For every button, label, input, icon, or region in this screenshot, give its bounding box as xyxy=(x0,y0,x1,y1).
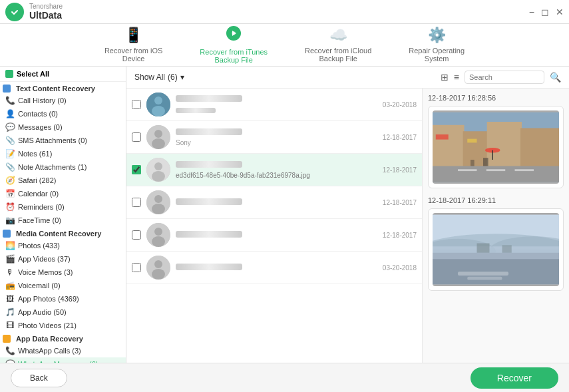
svg-rect-23 xyxy=(433,125,465,170)
file-item-selected[interactable]: ed3df615-48e5-40be-9d5a-fab231e6978a.jpg… xyxy=(126,154,422,186)
back-button[interactable]: Back xyxy=(11,369,67,387)
sidebar-item-whatsapp-calls[interactable]: 📞WhatsApp Calls (3) xyxy=(0,344,126,357)
window-controls[interactable]: − ◻ ✕ xyxy=(529,7,564,17)
tab-itunes[interactable]: Recover from iTunes Backup File xyxy=(194,23,273,68)
sidebar-item-call-history[interactable]: 📞Call History (0) xyxy=(0,94,126,107)
sidebar-item-note-attachments[interactable]: 📎Note Attachments (1) xyxy=(0,160,126,174)
minimize-icon[interactable]: − xyxy=(529,7,534,17)
file-date: 03-20-2018 xyxy=(383,101,417,108)
file-info xyxy=(176,95,377,115)
file-avatar xyxy=(146,190,170,214)
svg-rect-44 xyxy=(477,244,490,253)
sidebar-item-contacts[interactable]: 👤Contacts (0) xyxy=(0,107,126,120)
svg-rect-26 xyxy=(520,128,559,170)
sidebar: Select All Text Content Recovery 📞Call H… xyxy=(0,67,126,363)
file-name-blur xyxy=(176,95,242,102)
search-input[interactable] xyxy=(465,71,544,84)
app-section-label: App Data Recovery xyxy=(16,335,83,343)
close-icon[interactable]: ✕ xyxy=(556,7,564,17)
file-name-blur xyxy=(176,198,242,205)
svg-point-0 xyxy=(9,7,20,17)
svg-rect-36 xyxy=(515,169,534,171)
sidebar-item-app-videos[interactable]: 🎬App Videos (37) xyxy=(0,252,126,266)
messages-icon: 💬 xyxy=(5,122,15,132)
sidebar-item-facetime[interactable]: 📷FaceTime (0) xyxy=(0,214,126,227)
sidebar-item-calendar[interactable]: 📅Calendar (0) xyxy=(0,187,126,200)
media-section-icon xyxy=(3,230,11,238)
file-filename: ed3df615-48e5-40be-9d5a-fab231e6978a.jpg xyxy=(176,172,377,179)
sidebar-item-reminders[interactable]: ⏰Reminders (0) xyxy=(0,200,126,214)
file-item[interactable]: 12-18-2017 xyxy=(126,219,422,252)
file-avatar xyxy=(146,125,170,149)
sidebar-item-safari[interactable]: 🧭Safari (282) xyxy=(0,174,126,187)
facetime-icon: 📷 xyxy=(5,216,15,225)
file-checkbox[interactable] xyxy=(132,263,141,272)
wa-calls-label: WhatsApp Calls (3) xyxy=(18,347,120,355)
recover-button[interactable]: Recover xyxy=(471,367,558,389)
show-all-button[interactable]: Show All (6) ▾ xyxy=(134,73,184,82)
file-item[interactable]: 12-18-2017 xyxy=(126,186,422,219)
search-icon[interactable]: 🔍 xyxy=(550,72,561,83)
sidebar-item-photo-videos[interactable]: 🎞Photo Videos (21) xyxy=(0,319,126,332)
preview-timestamp-1: 12-18-2017 16:28:56 xyxy=(428,94,564,102)
file-name-blur xyxy=(176,231,242,238)
svg-point-4 xyxy=(154,97,162,104)
file-avatar xyxy=(146,93,170,116)
calendar-label: Calendar (0) xyxy=(18,190,120,198)
select-all-label: Select All xyxy=(17,70,49,78)
notes-label: Notes (61) xyxy=(18,150,120,158)
sidebar-item-messages[interactable]: 💬Messages (0) xyxy=(0,120,126,134)
reminders-icon: ⏰ xyxy=(5,202,15,212)
file-item[interactable]: Sony 12-18-2017 xyxy=(126,121,422,154)
sidebar-item-whatsapp-messages[interactable]: 💬WhatsApp Messages (6) xyxy=(0,357,126,363)
messages-label: Messages (0) xyxy=(18,123,120,131)
sidebar-item-voice-memos[interactable]: 🎙Voice Memos (3) xyxy=(0,266,126,279)
file-checkbox[interactable] xyxy=(132,198,141,207)
tab-icloud[interactable]: ☁️ Recover from iCloud Backup File xyxy=(299,24,377,67)
safari-icon: 🧭 xyxy=(5,176,15,185)
file-checkbox[interactable] xyxy=(132,132,141,142)
tab-repair[interactable]: ⚙️ Repair Operating System xyxy=(403,24,470,67)
svg-point-13 xyxy=(154,195,162,203)
tab-ios[interactable]: 📱 Recover from iOS Device xyxy=(99,24,168,67)
file-info: ed3df615-48e5-40be-9d5a-fab231e6978a.jpg xyxy=(176,160,377,179)
sidebar-item-notes[interactable]: 📝Notes (61) xyxy=(0,147,126,160)
file-info xyxy=(176,230,377,240)
preview-image-1 xyxy=(433,110,559,184)
svg-rect-28 xyxy=(467,139,476,143)
preview-image-2 xyxy=(433,213,559,286)
sidebar-item-app-photos[interactable]: 🖼App Photos (4369) xyxy=(0,292,126,305)
file-item[interactable]: 03-20-2018 xyxy=(126,89,422,121)
file-checkbox[interactable] xyxy=(132,100,141,109)
tab-repair-label: Repair Operating System xyxy=(409,47,465,63)
preview-card-1 xyxy=(428,106,564,188)
list-view-icon[interactable]: ≡ xyxy=(454,72,459,83)
grid-view-icon[interactable]: ⊞ xyxy=(441,72,449,83)
sidebar-item-app-audio[interactable]: 🎵App Audio (50) xyxy=(0,305,126,319)
show-all-label: Show All xyxy=(134,73,165,82)
photos-label: Photos (433) xyxy=(18,242,120,250)
preview-timestamp-2: 12-18-2017 16:29:11 xyxy=(428,196,564,204)
file-checkbox[interactable] xyxy=(132,165,141,174)
app-videos-label: App Videos (37) xyxy=(18,255,120,263)
svg-point-17 xyxy=(152,236,165,247)
sidebar-item-voicemail[interactable]: 📻Voicemail (0) xyxy=(0,279,126,292)
app-name-block: Tenorshare UltData xyxy=(29,3,63,21)
app-logo-area: Tenorshare UltData xyxy=(5,3,63,21)
ios-icon: 📱 xyxy=(124,27,142,44)
select-all-row[interactable]: Select All xyxy=(0,67,126,82)
file-info xyxy=(176,198,377,207)
file-item[interactable]: 03-20-2018 xyxy=(126,252,422,284)
nav-tabs: 📱 Recover from iOS Device Recover from i… xyxy=(0,24,569,67)
sidebar-section-text: Text Content Recovery xyxy=(0,82,126,94)
tab-icloud-label: Recover from iCloud Backup File xyxy=(305,47,371,63)
maximize-icon[interactable]: ◻ xyxy=(541,7,549,17)
sidebar-item-photos[interactable]: 🌅Photos (433) xyxy=(0,239,126,252)
app-title: UltData xyxy=(29,10,63,21)
app-photos-icon: 🖼 xyxy=(5,294,15,303)
itunes-icon xyxy=(226,25,242,45)
svg-point-7 xyxy=(154,130,162,138)
wa-messages-label: WhatsApp Messages (6) xyxy=(18,360,120,363)
sidebar-item-sms-attachments[interactable]: 📎SMS Attachments (0) xyxy=(0,134,126,147)
file-checkbox[interactable] xyxy=(132,230,141,240)
